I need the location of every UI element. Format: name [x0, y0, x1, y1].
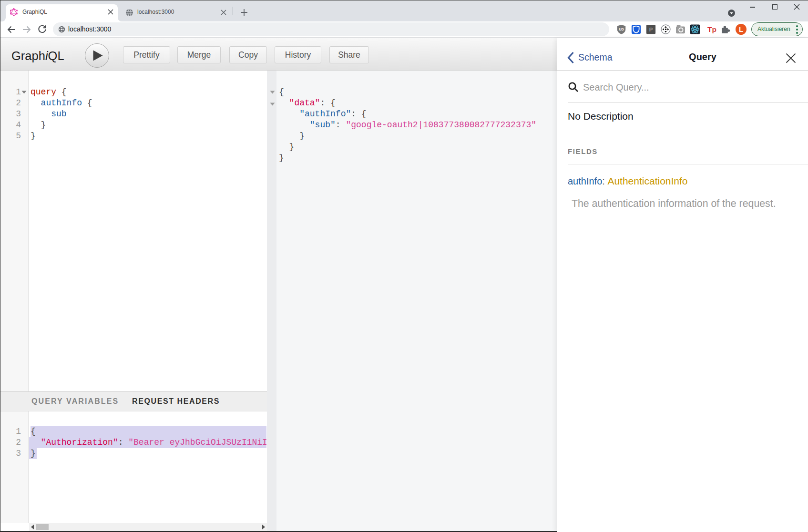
- svg-text:UD: UD: [619, 27, 624, 31]
- svg-text:P: P: [649, 27, 653, 32]
